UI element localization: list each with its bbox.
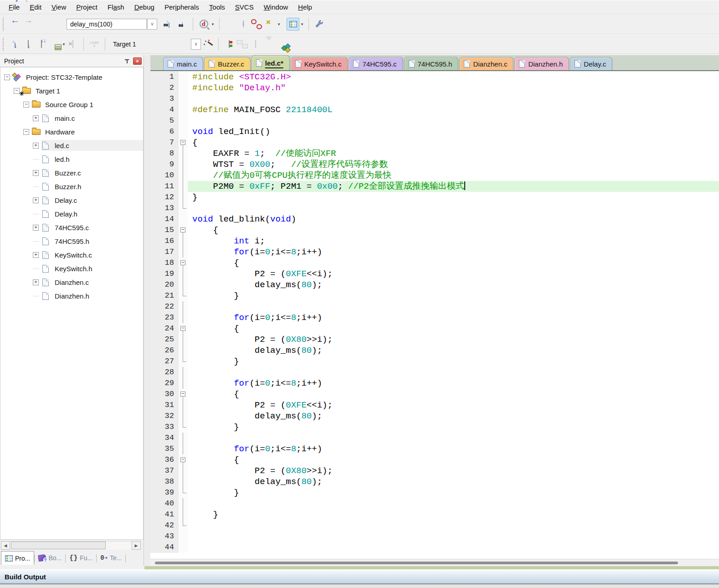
tree-expander[interactable]: + <box>33 225 39 231</box>
editor-horizontal-scrollbar[interactable] <box>150 559 719 566</box>
breakpoint-kill-all-button[interactable]: ✕ <box>263 18 276 31</box>
rebuild-all-button[interactable]: ↓↓ <box>35 38 48 51</box>
breakpoint-disable-all-button[interactable] <box>250 18 263 31</box>
stop-build-button[interactable]: ✕ <box>67 38 79 51</box>
project-tab[interactable]: Pro... <box>1 551 34 565</box>
fold-margin[interactable]: − <box>179 137 188 148</box>
fold-margin[interactable]: − <box>179 454 188 465</box>
nav-forward-button[interactable]: → <box>22 14 35 26</box>
breakpoint-insert-button[interactable] <box>224 18 236 31</box>
fold-margin[interactable]: − <box>179 225 188 236</box>
tree-expander[interactable]: + <box>33 279 39 285</box>
tree-item-74hc595-c[interactable]: +74HC595.c <box>0 221 143 234</box>
target-select-combo[interactable]: Target 1 <box>109 39 190 50</box>
tree-item-delay-h[interactable]: Delay.h <box>0 207 143 221</box>
batch-build-dropdown[interactable]: ▾ <box>62 42 66 46</box>
tree-item-dianzhen-c[interactable]: +Dianzhen.c <box>0 275 143 289</box>
templates-tab[interactable]: 0➜Te... <box>97 551 125 565</box>
doc-tab-dianzhenc[interactable]: Dianzhen.c <box>459 57 514 70</box>
menu-peripherals[interactable]: Peripherals <box>159 1 204 13</box>
scroll-right-button[interactable]: ▶ <box>132 541 141 550</box>
tree-item-74hc595-h[interactable]: 74HC595.h <box>0 234 143 248</box>
fold-margin[interactable]: − <box>179 323 188 334</box>
panel-splitter[interactable] <box>144 55 150 566</box>
doc-tab-dianzhenh[interactable]: Dianzhen.h <box>514 57 569 70</box>
nav-back-button[interactable]: ← <box>9 14 21 26</box>
fold-margin[interactable]: − <box>179 389 188 400</box>
menu-window[interactable]: Window <box>259 1 293 13</box>
doc-tab-ledc[interactable]: led.c* <box>252 55 290 70</box>
load-application-button[interactable]: LOAD⇓ <box>88 38 101 51</box>
code-editor[interactable]: 1#include <STC32G.H>2#include "Delay.h"3… <box>150 71 719 559</box>
breakpoint-enable-button[interactable] <box>237 18 250 31</box>
menu-debug[interactable]: Debug <box>129 1 159 13</box>
tree-item-source-group-1[interactable]: −Source Group 1 <box>0 98 143 111</box>
start-stop-debug-button[interactable]: d <box>197 18 210 31</box>
manage-rte-button[interactable] <box>276 38 288 51</box>
redo-button[interactable] <box>22 0 35 5</box>
tree-expander[interactable]: + <box>33 143 39 149</box>
debug-dropdown[interactable]: ▾ <box>211 22 215 26</box>
scroll-thumb[interactable] <box>11 542 106 549</box>
tree-item-buzzer-h[interactable]: Buzzer.h <box>0 180 143 193</box>
filter-button[interactable] <box>262 38 275 51</box>
manage-project-items-button[interactable] <box>223 38 236 51</box>
tree-item-keyswitch-h[interactable]: KeySwitch.h <box>0 262 143 275</box>
tree-item-led-c[interactable]: +led.c <box>0 139 143 152</box>
tree-item-hardware[interactable]: −Hardware <box>0 125 143 139</box>
tree-item-main-c[interactable]: +main.c <box>0 111 143 125</box>
toolbar-grip2[interactable] <box>2 37 5 51</box>
toolbar-grip[interactable] <box>2 17 5 31</box>
project-horizontal-scrollbar[interactable]: ◀ ▶ <box>1 541 141 550</box>
doc-tab-keyswitchc[interactable]: KeySwitch.c <box>291 57 348 70</box>
undo-button[interactable] <box>9 0 21 5</box>
scroll-left-button[interactable]: ◀ <box>1 541 10 550</box>
batch-build-button[interactable] <box>48 38 61 51</box>
tree-item-keyswitch-c[interactable]: +KeySwitch.c <box>0 248 143 262</box>
target-select-dropdown[interactable]: ∨ <box>191 39 201 50</box>
doc-tab-74hc595h[interactable]: 74HC595.h <box>404 57 459 70</box>
scroll-track[interactable] <box>10 541 132 550</box>
pin-icon[interactable] <box>124 58 130 64</box>
build-target-button[interactable]: ↓ <box>22 38 35 51</box>
menu-tools[interactable]: Tools <box>204 1 230 13</box>
menu-flash[interactable]: Flash <box>103 1 129 13</box>
tree-item-delay-c[interactable]: +Delay.c <box>0 193 143 207</box>
menu-help[interactable]: Help <box>293 1 317 13</box>
doc-tab-mainc[interactable]: main.c <box>163 57 203 70</box>
find-text-combo[interactable]: delay_ms(100) <box>67 19 147 30</box>
incremental-find-button[interactable]: ↓ <box>176 18 189 31</box>
menu-project[interactable]: Project <box>71 1 103 13</box>
tree-expander[interactable]: − <box>4 74 10 80</box>
tree-expander[interactable]: + <box>33 170 39 176</box>
tree-item-project-stc32-template[interactable]: −Project: STC32-Template <box>0 70 143 84</box>
multi-project-button[interactable] <box>236 38 249 51</box>
tree-item-buzzer-c[interactable]: +Buzzer.c <box>0 166 143 180</box>
doc-tab-buzzerc[interactable]: Buzzer.c <box>204 57 251 70</box>
find-dialog-button[interactable] <box>163 18 175 31</box>
tree-item-target-1[interactable]: −✳Target 1 <box>0 84 143 98</box>
tree-expander[interactable]: + <box>33 115 39 121</box>
flash-diamond-button[interactable] <box>249 38 262 51</box>
functions-tab[interactable]: {}Fu... <box>66 551 96 565</box>
close-panel-button[interactable]: × <box>133 57 142 65</box>
editor-scroll-thumb[interactable] <box>155 562 678 564</box>
tree-item-dianzhen-h[interactable]: Dianzhen.h <box>0 289 143 303</box>
doc-tab-74hc595c[interactable]: 74HC595.c <box>349 57 403 70</box>
build-output-panel-header[interactable]: Build Output <box>0 569 719 583</box>
fold-margin[interactable]: − <box>179 258 188 268</box>
tree-item-led-h[interactable]: led.h <box>0 152 143 166</box>
window-views-button[interactable] <box>287 18 299 31</box>
translate-file-button[interactable]: ↓ <box>9 38 21 51</box>
tree-expander[interactable]: + <box>33 197 39 203</box>
options-for-target-button[interactable] <box>201 38 214 51</box>
breakpoints-dropdown[interactable]: ▾ <box>277 22 281 26</box>
window-views-dropdown[interactable]: ▾ <box>300 22 304 26</box>
find-text-dropdown[interactable]: ∨ <box>147 19 157 30</box>
tree-expander[interactable]: − <box>23 129 29 135</box>
configuration-wrench-button[interactable] <box>313 18 326 31</box>
books-tab[interactable]: Bo... <box>35 551 65 565</box>
tree-expander[interactable]: − <box>23 102 29 108</box>
project-panel-titlebar[interactable]: Project × <box>0 55 144 67</box>
doc-tab-delayc[interactable]: Delay.c <box>570 57 612 70</box>
